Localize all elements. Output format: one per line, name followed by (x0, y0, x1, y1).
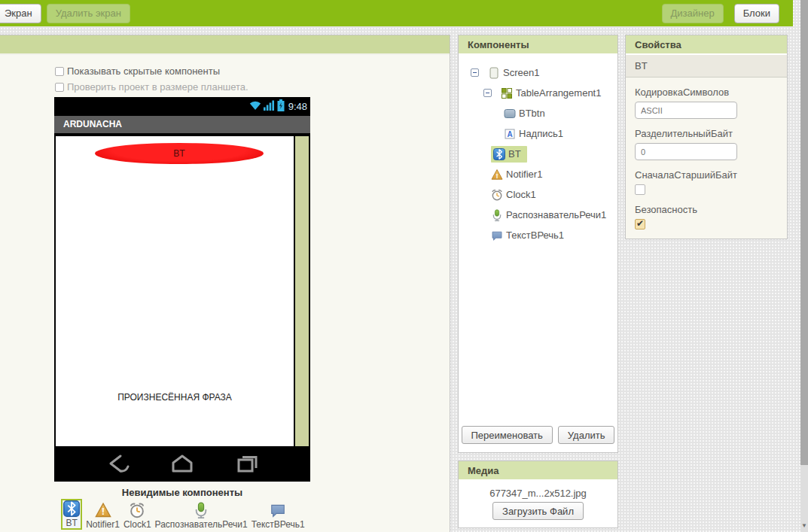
properties-fields: КодировкаСимволовРазделительныйБайтСнача… (626, 78, 787, 230)
property-field: РазделительныйБайт (635, 128, 778, 160)
invisible-component-bt[interactable]: BT (61, 499, 82, 530)
delete-screen-button[interactable]: Удалить экран (47, 4, 130, 23)
tree-item-tablearrangement1[interactable]: TableArrangement1 (459, 83, 617, 103)
tree-item-bt[interactable]: BT (459, 144, 617, 164)
screen-icon (488, 67, 500, 79)
phone-screen: BT ПРОИЗНЕСЁННАЯ ФРАЗА (54, 135, 310, 448)
tree-item-label: РаспознавательРечи1 (506, 209, 606, 220)
bt-ellipse-button[interactable]: BT (95, 143, 264, 164)
speech-bubble-icon (491, 230, 503, 242)
tree-item-label: BT (508, 148, 521, 160)
designer-button[interactable]: Дизайнер (662, 4, 724, 23)
microphone-icon (491, 209, 503, 221)
tree-item-текствречь1[interactable]: ТекстВРечь1 (459, 225, 617, 245)
button-icon (504, 108, 516, 120)
tree-item-label: ТекстВРечь1 (506, 230, 564, 241)
screen-content-area: BT ПРОИЗНЕСЁННАЯ ФРАЗА (56, 136, 294, 446)
screen-scroll-strip (295, 136, 309, 446)
spoken-phrase-label[interactable]: ПРОИЗНЕСЁННАЯ ФРАЗА (56, 392, 294, 403)
selected-component-name: BT (626, 55, 787, 78)
tablet-size-checkbox[interactable] (55, 83, 64, 92)
tree-item-screen1[interactable]: Screen1 (459, 62, 617, 83)
tree-item-clock1[interactable]: Clock1 (459, 184, 617, 205)
invisible-component-label: Clock1 (123, 519, 151, 530)
viewer-panel: Показывать скрытые компоненты Проверить … (0, 35, 450, 532)
back-icon (105, 454, 130, 476)
delete-button[interactable]: Удалить (558, 426, 615, 444)
svg-text:!: ! (101, 506, 104, 517)
page-scrollbar[interactable]: ▼ (800, 0, 808, 532)
viewer-body: Показывать скрытые компоненты Проверить … (0, 55, 450, 530)
wifi-icon (249, 100, 261, 114)
clock-icon (491, 189, 503, 201)
components-tree: Screen1 TableArrangement1BTbtnAНадпись1B… (459, 55, 617, 245)
bt-ellipse-label: BT (173, 148, 184, 159)
microphone-icon (193, 502, 209, 518)
warning-icon: ! (491, 169, 503, 181)
invisible-component-label: Notifier1 (86, 519, 120, 530)
invisible-component-текствречь1[interactable]: ТекстВРечь1 (252, 502, 305, 530)
tree-item-btbtn[interactable]: BTbtn (459, 103, 617, 123)
invisible-component-label: РаспознавательРечи1 (155, 519, 248, 530)
invisible-component-notifier1[interactable]: !Notifier1 (86, 502, 120, 530)
tablet-size-row: Проверить проект в размере планшета. (55, 79, 450, 95)
tree-item-label: Screen1 (503, 67, 539, 78)
invisible-component-label: BT (66, 518, 78, 528)
property-input[interactable] (635, 102, 737, 119)
properties-panel-title: Свойства (626, 35, 787, 55)
tree-item-label: Clock1 (506, 189, 536, 200)
screen-button[interactable]: Экран (0, 4, 41, 23)
scrollbar-down-arrow[interactable]: ▼ (800, 523, 808, 529)
property-field: СначалаСтаршийБайт (635, 169, 778, 195)
recents-icon (234, 454, 260, 476)
components-panel: Компоненты Screen1 TableArrangement1BTbt… (458, 35, 618, 453)
media-panel: Медиа 677347_m...2x512.jpg Загрузить Фай… (458, 461, 618, 528)
battery-icon (277, 99, 285, 114)
invisible-component-clock1[interactable]: Clock1 (123, 502, 151, 530)
collapse-expander-icon[interactable] (471, 68, 479, 77)
phone-preview: 9:48 ARDUNACHA BT ПРОИЗНЕСЁННАЯ ФРАЗА (54, 97, 310, 482)
show-hidden-components-checkbox[interactable] (55, 67, 64, 76)
components-actions: Переименовать Удалить (459, 426, 617, 444)
property-input[interactable] (635, 143, 737, 160)
bluetooth-icon (63, 500, 80, 517)
signal-icon (264, 100, 275, 114)
invisible-component-распознавательречи1[interactable]: РаспознавательРечи1 (155, 502, 248, 530)
phone-app-title: ARDUNACHA (54, 116, 310, 133)
tree-item-надпись1[interactable]: AНадпись1 (459, 123, 617, 144)
label-icon: A (504, 128, 516, 140)
tree-item-notifier1[interactable]: !Notifier1 (459, 164, 617, 184)
tablet-size-label: Проверить проект в размере планшета. (67, 81, 248, 93)
scrollbar-thumb[interactable] (800, 0, 808, 465)
upload-file-button[interactable]: Загрузить Файл (492, 502, 584, 520)
property-label: СначалаСтаршийБайт (635, 169, 778, 181)
tree-item-label: Надпись1 (519, 128, 563, 139)
tree-item-label: TableArrangement1 (516, 87, 601, 99)
blocks-button[interactable]: Блоки (734, 4, 779, 23)
phone-status-bar: 9:48 (54, 97, 310, 116)
speech-bubble-icon (270, 502, 286, 518)
rename-button[interactable]: Переименовать (462, 426, 553, 444)
collapse-expander-icon[interactable] (483, 89, 492, 97)
tree-item-label: Notifier1 (506, 169, 542, 180)
tree-item-распознавательречи1[interactable]: РаспознавательРечи1 (459, 205, 617, 225)
media-panel-title: Медиа (459, 461, 617, 481)
property-label: РазделительныйБайт (635, 128, 778, 139)
phone-nav-bar (54, 448, 310, 482)
toolbar-right-group: Дизайнер Блоки (662, 4, 779, 23)
components-panel-title: Компоненты (459, 35, 617, 55)
table-arrangement-icon (501, 87, 513, 99)
invisible-components-row: BT!Notifier1Clock1РаспознавательРечи1Тек… (50, 499, 316, 530)
property-checkbox[interactable] (635, 219, 645, 230)
property-checkbox[interactable] (635, 184, 645, 195)
bluetooth-icon (493, 148, 505, 160)
clock-icon (129, 502, 145, 518)
viewer-header (0, 35, 450, 55)
svg-text:!: ! (495, 171, 498, 179)
show-hidden-components-label: Показывать скрытые компоненты (67, 65, 220, 77)
top-toolbar: Экран Удалить экран Дизайнер Блоки (0, 0, 793, 26)
property-label: Безопасность (635, 204, 778, 215)
media-file-item[interactable]: 677347_m...2x512.jpg (459, 488, 617, 499)
warning-icon: ! (95, 502, 111, 518)
show-hidden-components-row: Показывать скрытые компоненты (55, 63, 450, 79)
